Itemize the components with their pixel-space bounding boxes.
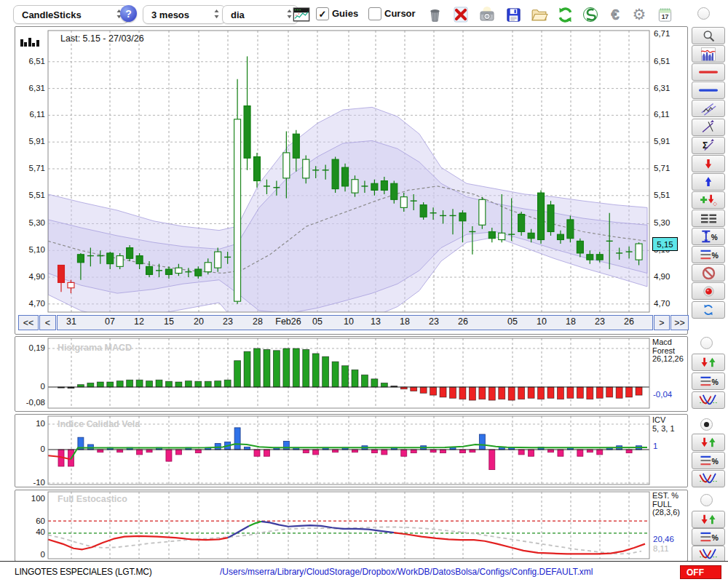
icv-bar — [558, 450, 563, 456]
dashed-lines-tool-button[interactable] — [692, 210, 725, 227]
macd-bar — [293, 348, 299, 387]
measure-percent-tool-button[interactable]: % — [692, 228, 725, 245]
panel-1-curves-button[interactable] — [692, 391, 725, 409]
price-axis-label-right: 5,51 — [654, 191, 670, 199]
candle-body — [547, 205, 554, 232]
icv-bar — [371, 450, 377, 453]
candle-body — [577, 241, 583, 253]
settings-gear-icon: ⚙ — [630, 6, 648, 23]
stochastic-params-label: EST. % FULL (28,3,6) — [652, 492, 680, 517]
macd-bar — [165, 381, 172, 387]
save-button[interactable] — [504, 5, 523, 24]
panel-2-radio[interactable] — [700, 418, 713, 431]
macd-bar — [87, 383, 94, 387]
period-select[interactable]: 3 mesos — [143, 5, 226, 24]
open-folder-button[interactable] — [529, 5, 548, 24]
macd-bar — [136, 380, 143, 387]
add-signal-tool-button[interactable] — [692, 191, 725, 209]
date-label: 23 — [419, 316, 448, 327]
macd-bar — [596, 387, 603, 398]
icv-bar — [459, 450, 465, 453]
price-axis-label-left: 5,51 — [16, 191, 45, 199]
scroll-prev-button[interactable]: < — [39, 315, 56, 330]
chart-type-select[interactable]: CandleSticks — [13, 5, 128, 24]
chart-window-button[interactable] — [292, 5, 311, 24]
panel-1-radio[interactable] — [700, 337, 713, 349]
price-axis-label-right: 5,91 — [654, 137, 670, 146]
icv-bar — [440, 450, 446, 453]
panel-3-radio[interactable] — [700, 494, 713, 506]
candle-body — [165, 269, 172, 274]
candle-body — [518, 215, 525, 232]
candle-body — [215, 252, 221, 268]
settings-gear-button[interactable]: ⚙ — [630, 5, 649, 24]
candle-body — [499, 233, 505, 239]
icv-bar — [245, 447, 250, 450]
macd-bar — [557, 387, 563, 399]
stochastic-panel: Full Estocastico EST. % FULL (28,3,6) 20… — [15, 490, 688, 562]
panel-1-arrows-updown-button[interactable] — [692, 354, 725, 371]
blue-line-tool-button[interactable] — [692, 81, 725, 99]
stochastic-main-line — [394, 533, 645, 554]
refresh-blue-tool-button[interactable] — [692, 301, 725, 319]
panel-2-levels-percent-button[interactable]: % — [692, 452, 725, 469]
icv-bar — [401, 450, 407, 456]
panel-3-arrows-updown-button[interactable] — [692, 511, 725, 528]
guies-label: Guies — [332, 8, 358, 19]
arrow-down-red-tool-button[interactable] — [692, 155, 725, 172]
arrow-up-blue-tool-button[interactable] — [692, 173, 725, 191]
svg-text:%: % — [711, 457, 719, 466]
candle-body — [244, 106, 250, 159]
trendline-tool-button[interactable] — [692, 119, 725, 136]
price-axis-label-left: 4,70 — [16, 299, 45, 308]
scroll-next-button[interactable]: > — [654, 315, 670, 330]
candle-body — [107, 253, 114, 264]
save-icon — [505, 7, 522, 23]
cursor-checkbox[interactable] — [368, 7, 381, 20]
red-line-tool-button[interactable] — [692, 63, 725, 81]
panel-1-levels-percent-button[interactable]: % — [692, 372, 725, 390]
scroll-first-button[interactable]: << — [18, 315, 39, 330]
price-axis-label-right: 4,70 — [654, 299, 670, 308]
indicator-chart-tool-button[interactable] — [692, 45, 725, 63]
off-button[interactable]: OFF — [680, 565, 721, 579]
icv-bar — [577, 450, 583, 456]
candle-body — [116, 256, 123, 267]
macd-bar — [146, 381, 153, 387]
sum-line-tool-button[interactable]: Σ — [692, 137, 725, 154]
macd-bar — [283, 348, 290, 387]
interval-select[interactable]: dia — [222, 5, 298, 24]
forbidden-tool-button[interactable] — [692, 264, 725, 282]
macd-bar — [538, 387, 545, 399]
icv-bar — [254, 450, 260, 456]
price-axis-label-left: 5,91 — [16, 137, 45, 146]
scroll-last-button[interactable]: >> — [670, 315, 689, 330]
sync-button[interactable] — [581, 5, 600, 24]
zoom-tool-button[interactable] — [692, 27, 725, 44]
icv-axis-label: 0 — [16, 445, 45, 453]
delete-x-button[interactable] — [451, 5, 470, 24]
panel-3-levels-percent-button[interactable]: % — [692, 528, 725, 546]
help-button[interactable]: ? — [120, 5, 137, 22]
levels-percent-tool-button[interactable]: % — [692, 246, 725, 263]
calendar-button[interactable]: 17 — [655, 5, 674, 24]
macd-bar — [175, 382, 182, 387]
panel-2-curves-button[interactable] — [692, 470, 725, 487]
record-tool-button[interactable] — [692, 282, 725, 300]
trash-button[interactable] — [425, 5, 444, 24]
candle-body — [538, 193, 545, 239]
price-axis-label-left: 5,30 — [16, 218, 45, 227]
macd-bar — [616, 387, 622, 398]
icv-params-label: ICV 5, 3, 1 — [652, 416, 675, 433]
euro-button[interactable]: € — [606, 5, 625, 24]
icv-bar — [137, 450, 143, 455]
refresh-button[interactable] — [555, 5, 574, 24]
channel-tool-button[interactable] — [692, 100, 725, 117]
icv-bar — [430, 450, 436, 453]
toolbar-radio[interactable] — [697, 7, 710, 20]
candle-body — [371, 183, 378, 190]
panel-2-arrows-updown-button[interactable] — [692, 434, 725, 451]
camera-button[interactable] — [478, 5, 496, 24]
guies-checkbox[interactable]: ✓ — [316, 7, 329, 20]
candle-body — [488, 231, 495, 238]
